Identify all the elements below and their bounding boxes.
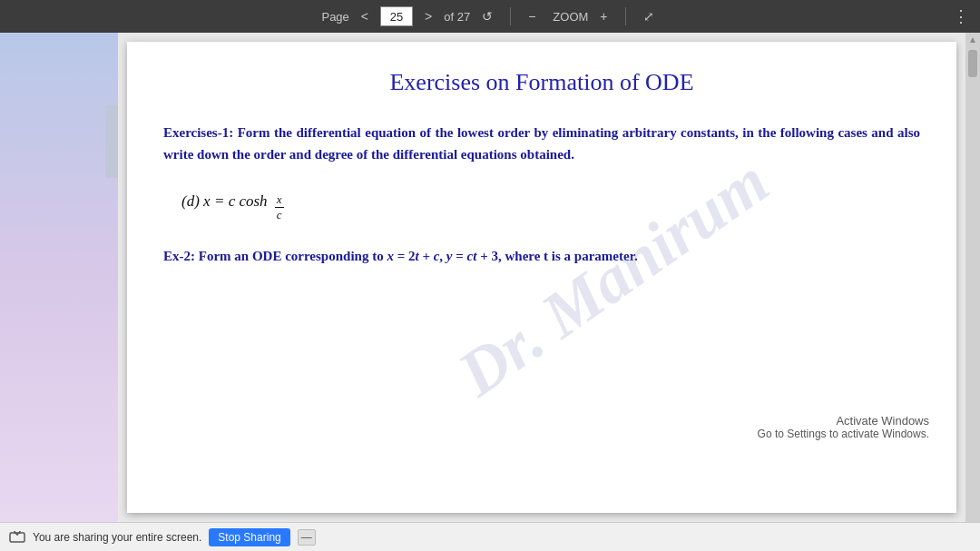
formula-d-block: (d) x = c cosh x c [181,192,920,221]
minimize-button[interactable]: — [298,529,316,546]
ex2-label: Ex-2: Form an ODE corresponding to [163,249,387,263]
windows-activation-notice: Activate Windows Go to Settings to activ… [758,414,929,440]
formula-d-text: (d) x = c cosh [181,192,271,211]
zoom-out-button[interactable]: − [524,7,540,25]
toolbar-separator-2 [625,7,626,25]
left-panel [0,33,118,522]
toolbar-separator [510,7,511,25]
scroll-up-arrow[interactable]: ▲ [968,34,977,44]
pdf-page: Dr. Manirum Exercises on Formation of OD… [127,42,956,513]
main-content-area: Dr. Manirum Exercises on Formation of OD… [0,33,980,522]
prev-page-button[interactable]: < [357,7,373,25]
zoom-label: ZOOM [553,10,588,24]
ex2-formula: x [387,249,394,263]
pdf-toolbar: Page < > of 27 ↺ − ZOOM + ⤢ ⋮ [0,0,980,33]
page-title: Exercises on Formation of ODE [163,69,920,96]
bottom-sharing-bar: You are sharing your entire screen. Stop… [0,522,980,551]
right-scrollbar: ▲ [965,33,980,522]
scroll-thumb[interactable] [968,50,977,77]
pdf-content: Exercises on Formation of ODE Exercises-… [127,42,956,282]
ex2-eq2: = ct + 3, where t is a parameter. [453,249,638,263]
windows-activate-subtitle: Go to Settings to activate Windows. [758,428,929,440]
fraction-denominator: c [275,208,284,222]
refresh-button[interactable]: ↺ [477,7,497,25]
exercise1-text: Exercises-1: Form the differential equat… [163,122,920,165]
next-page-button[interactable]: > [420,7,436,25]
expand-button[interactable]: ⤢ [639,7,659,25]
page-number-input[interactable] [380,6,413,26]
more-options-button[interactable]: ⋮ [953,6,969,26]
zoom-in-button[interactable]: + [595,7,612,25]
sharing-status-text: You are sharing your entire screen. [33,531,201,544]
screen-share-svg-icon [9,531,25,544]
side-tab [105,105,118,178]
stop-sharing-button[interactable]: Stop Sharing [209,528,289,546]
share-screen-icon [9,531,25,544]
ex2-y: y [446,249,453,263]
page-total-label: of 27 [444,10,470,24]
exercise2-text: Ex-2: Form an ODE corresponding to x = 2… [163,249,920,264]
formula-d-fraction: x c [275,192,284,221]
ex2-eq1: = 2t + c, [394,249,446,263]
windows-activate-title: Activate Windows [758,414,929,428]
page-label: Page [321,10,348,24]
fraction-numerator: x [275,192,284,208]
